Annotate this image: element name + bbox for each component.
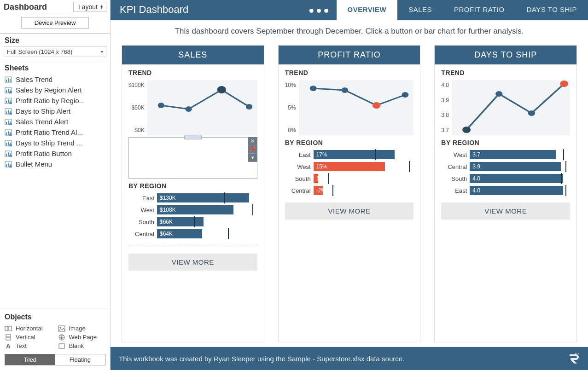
svg-rect-10 bbox=[6, 101, 7, 103]
bar-target-marker bbox=[224, 192, 225, 203]
axis-tick: 3.7 bbox=[441, 127, 449, 133]
ship-view-more-button[interactable]: VIEW MORE bbox=[441, 202, 570, 220]
sheet-item[interactable]: Days to Ship Trend ... bbox=[0, 138, 110, 148]
svg-rect-2 bbox=[8, 78, 9, 82]
card-profit: PROFIT RATIO TREND 10%5%0% bbox=[278, 45, 421, 342]
svg-point-57 bbox=[341, 87, 348, 93]
sales-byregion-label: BY REGION bbox=[128, 182, 257, 190]
bar-row[interactable]: West15% bbox=[285, 162, 414, 171]
bar-row[interactable]: Central3.9 bbox=[441, 162, 570, 171]
object-image[interactable]: Image bbox=[58, 325, 106, 332]
more-menu-icon[interactable]: ●●● bbox=[309, 5, 331, 16]
bar-fill: $66K bbox=[157, 217, 204, 226]
svg-point-55 bbox=[246, 104, 252, 110]
bar-row[interactable]: West3.7 bbox=[441, 150, 570, 159]
objects-section-label: Objects bbox=[5, 311, 105, 322]
bar-row[interactable]: East17% bbox=[285, 150, 414, 159]
sheet-list: Sales TrendSales by Region AlertProfit R… bbox=[0, 73, 110, 170]
tab-overview[interactable]: OVERVIEW bbox=[337, 0, 398, 20]
tile-mode-toggle[interactable]: Tiled Floating bbox=[5, 354, 105, 365]
tab-days-to-ship[interactable]: DAYS TO SHIP bbox=[516, 0, 588, 20]
bar-track: $64K bbox=[157, 229, 257, 238]
worksheet-icon bbox=[5, 150, 12, 157]
bar-row[interactable]: West$108K bbox=[128, 205, 257, 214]
sheet-item[interactable]: Sales Trend bbox=[0, 74, 110, 85]
bar-row[interactable]: South$66K bbox=[128, 217, 257, 226]
sheet-item[interactable]: Profit Ratio by Regio... bbox=[0, 95, 110, 106]
device-preview-button[interactable]: Device Preview bbox=[21, 17, 89, 29]
bar-fill: 17% bbox=[314, 150, 395, 159]
axis-tick: $50K bbox=[128, 104, 145, 111]
layout-tab-selector[interactable]: Layout bbox=[73, 2, 106, 12]
svg-point-61 bbox=[495, 91, 502, 97]
bar-row[interactable]: South1% bbox=[285, 174, 414, 183]
size-value: Full Screen (1024 x 768) bbox=[7, 48, 72, 55]
tiled-option[interactable]: Tiled bbox=[5, 354, 55, 365]
sheet-item[interactable]: Profit Ratio Button bbox=[0, 148, 110, 159]
bar-fill: 4.0 bbox=[470, 174, 563, 183]
sheet-label: Profit Ratio by Regio... bbox=[16, 97, 85, 104]
bar-label: West bbox=[441, 151, 467, 158]
bar-fill: -2% bbox=[314, 186, 323, 195]
object-horizontal[interactable]: Horizontal bbox=[5, 325, 52, 332]
profit-trend-label: TREND bbox=[285, 69, 414, 76]
sheet-label: Sales by Region Alert bbox=[16, 86, 82, 94]
object-vertical[interactable]: Vertical bbox=[5, 334, 52, 341]
sales-view-more-button[interactable]: VIEW MORE bbox=[128, 254, 257, 271]
svg-point-62 bbox=[528, 110, 535, 116]
card-profit-title: PROFIT RATIO bbox=[279, 46, 420, 64]
bar-label: West bbox=[128, 207, 154, 214]
object-blank[interactable]: Blank bbox=[58, 342, 106, 349]
svg-rect-31 bbox=[8, 142, 9, 145]
object-web-page[interactable]: Web Page bbox=[58, 334, 106, 341]
profit-byregion-label: BY REGION bbox=[285, 139, 414, 146]
bar-row[interactable]: East$130K bbox=[128, 193, 257, 202]
close-icon[interactable]: ✕ bbox=[248, 137, 257, 145]
sheet-item[interactable]: Days to Ship Alert bbox=[0, 106, 110, 116]
ship-trend-chart[interactable] bbox=[452, 80, 570, 135]
sales-trend-chart[interactable] bbox=[147, 80, 257, 135]
sheet-label: Sales Trend Alert bbox=[16, 118, 68, 126]
sheet-item[interactable]: Bullet Menu bbox=[0, 159, 110, 169]
bar-row[interactable]: East4.0 bbox=[441, 186, 570, 195]
profit-trend-chart[interactable] bbox=[299, 80, 414, 135]
nav-tabs: OVERVIEWSALESPROFIT RATIODAYS TO SHIP bbox=[337, 0, 588, 20]
axis-tick: 4.0 bbox=[441, 82, 449, 88]
bar-track: 17% bbox=[314, 150, 414, 159]
chevron-down-icon[interactable]: ▾ bbox=[248, 154, 257, 162]
svg-rect-41 bbox=[8, 163, 9, 167]
size-section-label: Size bbox=[0, 35, 110, 46]
bar-row[interactable]: Central-2% bbox=[285, 186, 414, 195]
chevron-down-icon: ▾ bbox=[101, 49, 103, 54]
sheet-item[interactable]: Sales Trend Alert bbox=[0, 116, 110, 127]
profit-view-more-button[interactable]: VIEW MORE bbox=[285, 202, 414, 220]
bar-fill: 15% bbox=[314, 162, 385, 171]
dashboard-header: KPI Dashboard ●●● OVERVIEWSALESPROFIT RA… bbox=[111, 0, 588, 20]
drag-handle-icon[interactable] bbox=[184, 135, 202, 139]
floating-option[interactable]: Floating bbox=[55, 354, 105, 365]
bar-track: -2% bbox=[314, 186, 414, 195]
sheet-item[interactable]: Profit Ratio Trend Al... bbox=[0, 127, 110, 138]
object-text[interactable]: AText bbox=[5, 342, 52, 349]
worksheet-icon bbox=[5, 119, 12, 125]
floating-object-placeholder[interactable]: ✕ 📌 ▾ bbox=[128, 137, 257, 179]
bar-row[interactable]: South4.0 bbox=[441, 174, 570, 183]
svg-point-58 bbox=[372, 102, 380, 109]
size-dropdown[interactable]: Full Screen (1024 x 768) ▾ bbox=[4, 46, 106, 57]
bar-label: Central bbox=[441, 163, 467, 170]
svg-point-66 bbox=[575, 353, 576, 354]
axis-tick: 0% bbox=[285, 127, 296, 133]
svg-rect-48 bbox=[6, 335, 11, 337]
svg-rect-36 bbox=[8, 152, 9, 156]
tab-sales[interactable]: SALES bbox=[397, 0, 443, 20]
bar-row[interactable]: Central$64K bbox=[128, 229, 257, 238]
left-panel: Dashboard Layout Device Preview Size Ful… bbox=[0, 0, 111, 370]
sheet-item[interactable]: Sales by Region Alert bbox=[0, 85, 110, 95]
pin-icon[interactable]: 📌 bbox=[248, 145, 257, 154]
svg-rect-16 bbox=[8, 110, 9, 114]
worksheet-icon bbox=[5, 87, 12, 93]
tab-profit-ratio[interactable]: PROFIT RATIO bbox=[443, 0, 516, 20]
svg-rect-21 bbox=[8, 121, 9, 124]
worksheet-icon bbox=[5, 140, 12, 146]
bar-fill: $130K bbox=[157, 193, 249, 202]
